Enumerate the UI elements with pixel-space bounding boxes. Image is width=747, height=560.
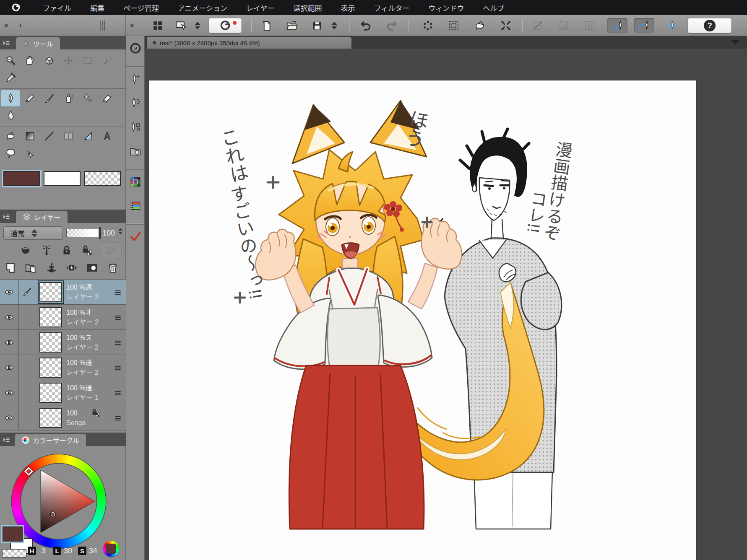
layer-menu-icon[interactable]: [113, 314, 122, 322]
panel-menu-icon[interactable]: [2, 39, 10, 47]
text-tool[interactable]: [97, 127, 117, 145]
opacity-slider-handle[interactable]: [99, 227, 101, 239]
layer-visibility-eye-icon[interactable]: [4, 363, 15, 373]
layer-row[interactable]: 100 %通 レイヤー 2: [0, 280, 126, 305]
deselect-button[interactable]: [418, 18, 438, 33]
panel-menu-icon[interactable]: [2, 436, 10, 444]
background-color-swatch[interactable]: [44, 171, 81, 186]
save-stepper[interactable]: [328, 18, 341, 33]
layer-thumbnail[interactable]: [39, 358, 62, 378]
layer-thumbnail[interactable]: [39, 383, 62, 403]
collapse-dock-icon[interactable]: «: [4, 21, 8, 30]
layer-row[interactable]: 100 %通 レイヤー 2: [0, 355, 126, 380]
sv-triangle[interactable]: [12, 454, 106, 548]
foreground-color-mini-swatch[interactable]: [3, 526, 23, 542]
selection-tool[interactable]: [78, 52, 97, 69]
menu-item[interactable]: ヘルプ: [483, 3, 504, 13]
figure-tool[interactable]: [39, 127, 59, 145]
brush-size[interactable]: [126, 115, 145, 139]
layer-row[interactable]: 100 Senga: [0, 405, 126, 430]
zoom-tool[interactable]: [1, 52, 20, 69]
brush-tool[interactable]: [39, 90, 59, 107]
layer-menu-icon[interactable]: [113, 339, 122, 347]
ruler-tool[interactable]: [78, 127, 97, 145]
auto-action[interactable]: [126, 224, 145, 248]
layer-thumbnail[interactable]: [39, 307, 62, 327]
pencil-tool[interactable]: [20, 90, 39, 107]
layer-visibility-eye-icon[interactable]: [4, 413, 15, 423]
sub-tool[interactable]: [126, 66, 145, 91]
snap-tone-button[interactable]: [580, 18, 600, 33]
reference-layer-button[interactable]: [38, 242, 55, 258]
app-logo-icon[interactable]: [11, 3, 21, 13]
collapse-strip-icon[interactable]: «: [130, 21, 134, 30]
undo-button[interactable]: [356, 18, 376, 33]
menu-item[interactable]: 選択範囲: [294, 3, 322, 13]
menu-item[interactable]: フィルター: [374, 3, 410, 13]
snap-to-ruler-button[interactable]: [607, 18, 627, 33]
snap-to-special-ruler-button[interactable]: [634, 18, 654, 33]
open-file-button[interactable]: [282, 18, 302, 33]
combine-to-new-layer-button[interactable]: [63, 260, 81, 276]
airbrush-tool[interactable]: [59, 90, 78, 107]
document-tab[interactable]: test* (3000 x 2400px 350dpi 48.4%): [147, 37, 351, 49]
menu-item[interactable]: レイヤー: [246, 3, 275, 13]
new-layer-button[interactable]: [2, 260, 19, 276]
frame-border-tool[interactable]: [59, 127, 78, 145]
new-file-button[interactable]: [257, 18, 277, 33]
menu-item[interactable]: 表示: [341, 3, 355, 13]
tab-list-dropdown[interactable]: [731, 40, 739, 45]
color-set[interactable]: [126, 169, 145, 194]
layer-visibility-eye-icon[interactable]: [4, 312, 15, 322]
tab-tools[interactable]: ツール: [16, 37, 60, 49]
lock-layer-button[interactable]: [58, 242, 75, 258]
eyedropper-tool[interactable]: [1, 69, 20, 86]
tab-color-circle[interactable]: カラーサークル: [15, 434, 86, 446]
help-button[interactable]: ?: [688, 18, 731, 33]
gradient-tool[interactable]: [20, 127, 39, 145]
tab-layers[interactable]: レイヤー: [16, 211, 68, 223]
workspace-grid-button[interactable]: [148, 18, 168, 33]
layer-visibility-eye-icon[interactable]: [4, 388, 15, 398]
fill-tool[interactable]: [1, 127, 20, 145]
blend-tool[interactable]: [1, 107, 20, 124]
menu-item[interactable]: ウィンドウ: [428, 3, 464, 13]
line-correct-tool[interactable]: [20, 145, 39, 162]
layer-row[interactable]: 100 %オ レイヤー 2: [0, 305, 126, 330]
layer-row[interactable]: 100 %通 レイヤー 1: [0, 380, 126, 405]
navigator[interactable]: [126, 36, 145, 60]
canvas-page[interactable]: これは すごいの〜っ!! ほう 漫画描けるぞ コレ!!: [149, 80, 696, 560]
dock-grip[interactable]: [100, 21, 109, 31]
clip-to-layer-below-button[interactable]: [17, 242, 34, 258]
decoration-tool[interactable]: [78, 90, 97, 107]
operation-tool[interactable]: [39, 52, 59, 69]
select-area-button[interactable]: [444, 18, 464, 33]
tablet-mode-button[interactable]: [171, 18, 191, 33]
panel-menu-icon[interactable]: [2, 213, 10, 221]
menu-item[interactable]: ファイル: [43, 3, 71, 13]
collapse-panel-icon[interactable]: ‹: [19, 21, 22, 30]
balloon-tool[interactable]: [1, 145, 20, 162]
layer-menu-icon[interactable]: [113, 389, 122, 397]
layer-mask-button[interactable]: [83, 260, 101, 276]
layer-row[interactable]: 100 %ス レイヤー 2: [0, 330, 126, 355]
canvas-area[interactable]: これは すごいの〜っ!! ほう 漫画描けるぞ コレ!!: [145, 49, 747, 560]
color-slider[interactable]: [126, 194, 145, 218]
auto-select-tool[interactable]: [97, 52, 117, 69]
eraser-tool[interactable]: [97, 90, 117, 107]
layer-visibility-eye-icon[interactable]: [4, 287, 15, 297]
toolbar-stepper[interactable]: [191, 18, 204, 33]
opacity-slider[interactable]: [66, 229, 99, 237]
transparent-mini-swatch[interactable]: [2, 549, 26, 557]
lock-transparent-pixels-button[interactable]: [78, 242, 96, 258]
layer-thumbnail[interactable]: [39, 332, 62, 353]
open-clip-studio-button[interactable]: [209, 18, 242, 33]
layer-menu-icon[interactable]: [113, 364, 122, 372]
menu-item[interactable]: 編集: [90, 3, 104, 13]
fill-selection-button[interactable]: [470, 18, 490, 33]
save-button[interactable]: [307, 18, 327, 33]
menu-item[interactable]: アニメーション: [178, 3, 227, 13]
transparent-color-swatch[interactable]: [84, 171, 121, 186]
blend-mode-dropdown[interactable]: 通常: [3, 226, 63, 240]
snap-diagonal-button[interactable]: [554, 18, 574, 33]
